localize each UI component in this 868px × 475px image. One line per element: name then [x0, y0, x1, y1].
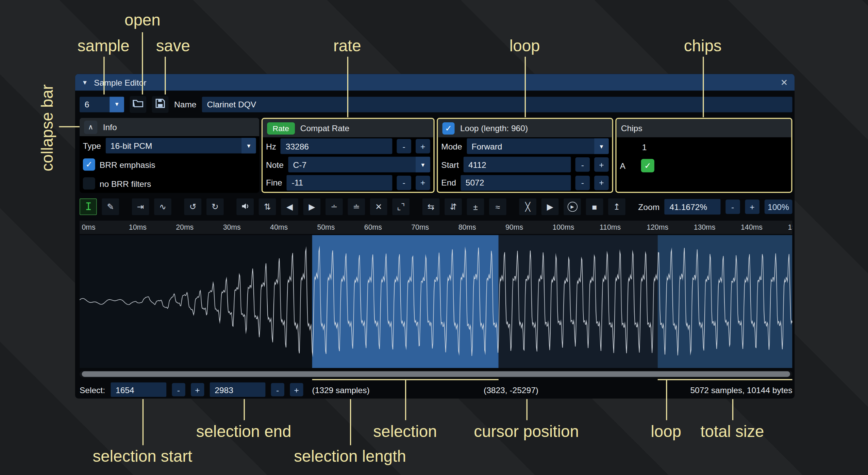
sign-exchange-button[interactable]: ± [467, 198, 484, 215]
floppy-save-icon [155, 98, 165, 110]
loop-start-plus-button[interactable]: + [594, 157, 609, 172]
zoom-in-button[interactable]: + [745, 199, 760, 214]
insert-silence-icon: ∸ [331, 202, 338, 212]
ruler-label: 20ms [176, 223, 194, 231]
resample-button[interactable]: ∿ [154, 198, 171, 215]
no-brr-filters-checkbox[interactable]: ✓ [83, 177, 95, 190]
loop-panel: ✓ Loop (length: 960) Mode Forward ▼ Star… [437, 118, 613, 193]
open-sample-button[interactable] [130, 96, 146, 112]
mode-label: Mode [441, 142, 462, 151]
ruler-label: 130ms [694, 223, 716, 231]
name-label: Name [174, 100, 196, 109]
time-ruler: 0ms10ms20ms30ms40ms50ms60ms70ms80ms90ms1… [80, 221, 792, 234]
loop-end-minus-button[interactable]: - [575, 175, 590, 190]
fade-in-button[interactable]: ◀ [281, 198, 298, 215]
waveform-view [80, 235, 792, 368]
dropdown-arrow-icon: ▼ [241, 138, 256, 154]
loop-end-plus-button[interactable]: + [594, 175, 609, 190]
ibeam-cursor-icon [84, 201, 93, 212]
preview-selection-button[interactable]: ▶ [564, 198, 581, 215]
note-select[interactable]: C-7 ▼ [288, 157, 430, 172]
dropdown-arrow-icon: ▼ [416, 157, 430, 172]
fine-plus-button[interactable]: + [416, 175, 430, 190]
undo-button[interactable]: ↺ [184, 198, 201, 215]
hz-input[interactable]: 33286 [281, 139, 392, 154]
selection-start-minus-button[interactable]: - [172, 383, 185, 396]
rate-mode-button[interactable]: Rate [267, 122, 295, 134]
delete-button[interactable]: ✕ [370, 198, 387, 215]
annotation-line [405, 380, 406, 420]
preview-button[interactable]: ▶ [541, 198, 559, 215]
note-value: C-7 [293, 160, 307, 169]
collapse-bar-button[interactable]: ∧ [84, 120, 97, 134]
redo-button[interactable]: ↻ [206, 198, 224, 215]
annotation-line [142, 32, 143, 94]
folder-open-icon [132, 99, 144, 110]
normalize-button[interactable]: ⇅ [259, 198, 276, 215]
selection-start-input[interactable]: 1654 [111, 382, 166, 397]
draw-mode-button[interactable]: ✎ [102, 198, 119, 215]
sample-editor-window: ▼ Sample Editor ✕ 6 ▼ Name Clarinet DQV [75, 74, 795, 399]
trim-button[interactable]: ⌞⌝ [392, 198, 410, 215]
resize-button[interactable]: ⇥ [132, 198, 149, 215]
annotation-line [103, 57, 104, 94]
loop-mode-select[interactable]: Forward ▼ [467, 139, 609, 154]
selection-end-minus-button[interactable]: - [271, 383, 284, 396]
crossfade-loop-button[interactable]: ╳ [519, 198, 536, 215]
ruler-label: 10ms [129, 223, 147, 231]
loop-start-minus-button[interactable]: - [575, 157, 590, 172]
scrollbar-thumb[interactable] [82, 371, 790, 377]
hz-plus-button[interactable]: + [416, 139, 430, 154]
selection-end-plus-button[interactable]: + [290, 383, 303, 396]
waveform-scrollbar[interactable] [80, 371, 792, 377]
sample-type-value: 16-bit PCM [111, 141, 152, 151]
loop-start-input[interactable]: 4112 [463, 157, 571, 172]
create-instrument-button[interactable]: ↥ [608, 198, 625, 215]
loop-mode-value: Forward [471, 142, 502, 151]
stop-button[interactable]: ■ [586, 198, 603, 215]
amplify-button[interactable] [236, 198, 254, 215]
invert-button[interactable]: ⇵ [445, 198, 462, 215]
filter-icon: ≈ [496, 202, 500, 212]
select-label: Select: [80, 385, 105, 394]
apply-filter-button[interactable]: ≈ [489, 198, 506, 215]
sample-type-select[interactable]: 16-bit PCM ▼ [105, 138, 256, 154]
selection-start-plus-button[interactable]: + [191, 383, 204, 396]
annotation-total-size: total size [690, 422, 774, 441]
stop-icon: ■ [592, 202, 597, 212]
check-icon: ✓ [644, 161, 651, 171]
fine-minus-button[interactable]: - [397, 175, 411, 190]
fade-out-button[interactable]: ▶ [303, 198, 321, 215]
chip-a-checkbox[interactable]: ✓ [641, 159, 654, 172]
zoom-out-button[interactable]: - [725, 199, 740, 214]
annotation-line [527, 399, 528, 420]
total-size-text: 5072 samples, 10144 bytes [690, 385, 792, 394]
chip-number: 1 [642, 142, 647, 152]
trim-icon: ⌞⌝ [397, 202, 405, 212]
window-collapse-icon[interactable]: ▼ [82, 79, 88, 86]
ruler-label: 30ms [223, 223, 241, 231]
title-bar[interactable]: ▼ Sample Editor ✕ [75, 74, 795, 91]
volume-icon [241, 201, 250, 212]
close-icon[interactable]: ✕ [780, 77, 788, 88]
zoom-value: 41.1672% [670, 202, 707, 212]
edit-mode-button[interactable] [80, 198, 97, 215]
hz-minus-button[interactable]: - [397, 139, 411, 154]
save-sample-button[interactable] [152, 96, 169, 112]
annotation-line [703, 57, 704, 117]
chips-panel-header: Chips [617, 119, 791, 137]
fine-input[interactable]: -11 [287, 175, 393, 191]
ruler-label: 100ms [552, 223, 574, 231]
reverse-button[interactable]: ⇆ [422, 198, 440, 215]
insert-silence-button[interactable]: ∸ [326, 198, 343, 215]
sample-number-select[interactable]: 6 ▼ [80, 96, 124, 112]
loop-end-input[interactable]: 5072 [461, 175, 571, 191]
waveform-canvas[interactable] [80, 235, 792, 368]
loop-enable-checkbox[interactable]: ✓ [443, 122, 455, 134]
hz-label: Hz [266, 142, 276, 151]
brr-emphasis-checkbox[interactable]: ✓ [83, 158, 95, 171]
apply-silence-button[interactable]: ≐ [348, 198, 365, 215]
zoom-input[interactable]: 41.1672% [665, 199, 720, 215]
zoom-reset-button[interactable]: 100% [764, 199, 792, 214]
selection-end-input[interactable]: 2983 [210, 382, 266, 397]
